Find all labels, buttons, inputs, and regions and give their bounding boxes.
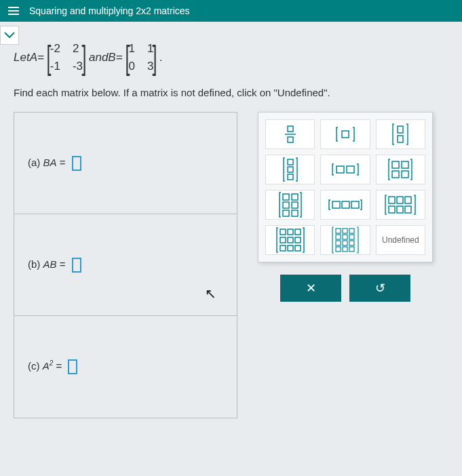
svg-rect-40 xyxy=(343,229,347,233)
svg-rect-11 xyxy=(392,161,399,168)
svg-rect-19 xyxy=(283,210,289,216)
chevron-down-icon xyxy=(4,32,15,39)
close-icon: ✕ xyxy=(306,281,316,296)
matrix-3x2-button[interactable] xyxy=(265,190,315,220)
matrix-2x1-button[interactable] xyxy=(376,119,425,149)
svg-rect-8 xyxy=(288,174,293,180)
matrix-2x3-icon xyxy=(385,195,416,215)
answer-area: (a) BA = (b) AB = ↖ (c) A2 = xyxy=(14,112,237,418)
svg-rect-13 xyxy=(392,171,399,178)
part-b: (b) AB = ↖ xyxy=(14,214,237,316)
clear-button[interactable]: ✕ xyxy=(280,275,341,302)
instruction-text: Find each matrix below. If a matrix is n… xyxy=(14,87,448,98)
header-title: Squaring and multiplying 2x2 matrices xyxy=(29,5,190,16)
svg-rect-50 xyxy=(349,247,354,252)
matrix-4x3-button[interactable] xyxy=(320,225,370,255)
svg-rect-18 xyxy=(292,202,298,208)
svg-rect-44 xyxy=(349,235,354,239)
fraction-icon xyxy=(284,125,296,144)
matrix-3x3-button[interactable] xyxy=(265,225,315,255)
svg-rect-16 xyxy=(292,194,298,200)
svg-rect-3 xyxy=(342,131,349,138)
part-c: (c) A2 = xyxy=(14,316,237,418)
matrix-definition: Let A = [ -22 -1-3 ] and B = [ 11 03 ] . xyxy=(14,42,448,73)
svg-rect-41 xyxy=(349,229,354,233)
matrix-4x3-icon xyxy=(332,226,359,254)
answer-input-a[interactable] xyxy=(72,156,81,171)
svg-rect-12 xyxy=(402,161,408,168)
svg-rect-42 xyxy=(336,235,341,239)
part-a: (a) BA = xyxy=(14,113,237,214)
svg-rect-5 xyxy=(398,136,403,142)
svg-rect-32 xyxy=(295,229,301,235)
cursor-icon: ↖ xyxy=(205,285,216,302)
matrix-1x3-icon xyxy=(328,199,362,211)
svg-rect-7 xyxy=(288,167,293,172)
svg-rect-31 xyxy=(288,229,293,235)
svg-rect-28 xyxy=(397,206,403,213)
svg-rect-10 xyxy=(347,166,354,173)
undefined-button[interactable]: Undefined xyxy=(376,225,425,255)
svg-rect-37 xyxy=(288,245,293,251)
svg-rect-21 xyxy=(332,201,340,208)
svg-rect-45 xyxy=(336,241,341,245)
collapse-button[interactable] xyxy=(0,26,19,45)
answer-input-b[interactable] xyxy=(72,258,81,273)
matrix-2x3-button[interactable] xyxy=(376,190,425,220)
matrix-A: -22 -1-3 xyxy=(50,42,83,73)
svg-rect-24 xyxy=(389,197,395,203)
svg-rect-23 xyxy=(351,201,359,208)
svg-rect-20 xyxy=(292,210,298,216)
matrix-1x3-button[interactable] xyxy=(320,190,370,220)
svg-rect-47 xyxy=(349,241,354,245)
svg-rect-30 xyxy=(280,229,286,235)
svg-rect-4 xyxy=(398,126,403,133)
header-bar: Squaring and multiplying 2x2 matrices xyxy=(0,0,462,22)
matrix-3x1-icon xyxy=(282,157,299,182)
reset-icon: ↺ xyxy=(375,281,385,296)
svg-rect-6 xyxy=(288,159,293,165)
svg-rect-15 xyxy=(283,194,289,200)
matrix-3x1-button[interactable] xyxy=(265,155,315,184)
svg-rect-25 xyxy=(397,197,403,203)
svg-rect-17 xyxy=(283,202,289,208)
svg-rect-2 xyxy=(288,137,293,142)
matrix-3x2-icon xyxy=(279,192,302,218)
svg-rect-48 xyxy=(336,247,341,252)
svg-rect-14 xyxy=(402,171,408,178)
svg-rect-27 xyxy=(389,206,395,213)
palette-panel: Undefined ✕ ↺ xyxy=(258,112,433,418)
matrix-2x2-icon xyxy=(388,159,412,180)
svg-rect-36 xyxy=(280,245,286,251)
matrix-1x2-icon xyxy=(332,163,359,176)
answer-input-c[interactable] xyxy=(68,359,77,374)
svg-rect-49 xyxy=(343,247,347,252)
fraction-button[interactable] xyxy=(265,119,315,149)
svg-rect-33 xyxy=(280,237,286,243)
svg-rect-26 xyxy=(405,197,411,203)
content-area: Let A = [ -22 -1-3 ] and B = [ 11 03 ] .… xyxy=(0,22,462,476)
matrix-2x2-button[interactable] xyxy=(376,155,425,184)
svg-rect-29 xyxy=(405,206,411,213)
matrix-2x1-icon xyxy=(391,123,409,145)
svg-rect-38 xyxy=(295,245,301,251)
svg-rect-39 xyxy=(336,229,341,233)
menu-icon[interactable] xyxy=(8,7,19,15)
matrix-1x1-button[interactable] xyxy=(320,119,370,149)
svg-rect-46 xyxy=(343,241,347,245)
matrix-3x3-icon xyxy=(276,227,305,253)
svg-rect-22 xyxy=(342,201,349,208)
matrix-1x2-button[interactable] xyxy=(320,155,370,184)
svg-rect-9 xyxy=(336,166,344,173)
svg-rect-35 xyxy=(295,237,301,243)
svg-rect-43 xyxy=(343,235,347,239)
matrix-1x1-icon xyxy=(335,126,355,142)
matrix-B: 11 03 xyxy=(129,42,154,73)
reset-button[interactable]: ↺ xyxy=(349,275,410,302)
svg-rect-0 xyxy=(288,126,293,132)
svg-rect-34 xyxy=(288,237,293,243)
